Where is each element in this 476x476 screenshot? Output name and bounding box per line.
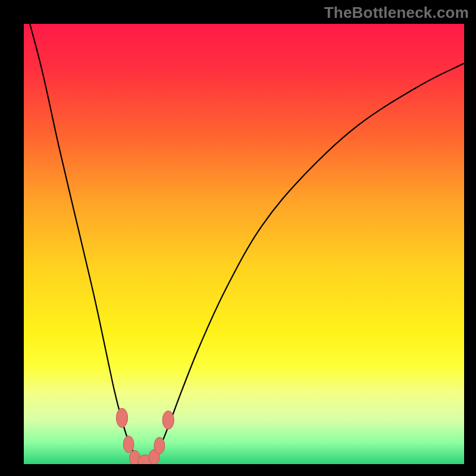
watermark-text: TheBottleneck.com [324,4,469,22]
gradient-background [24,24,464,464]
curve-marker [154,437,165,454]
curve-marker [162,411,174,429]
chart-svg [24,24,464,464]
curve-marker [116,408,127,428]
curve-marker [123,436,134,453]
plot-area [24,24,464,464]
chart-frame: TheBottleneck.com [0,0,476,476]
